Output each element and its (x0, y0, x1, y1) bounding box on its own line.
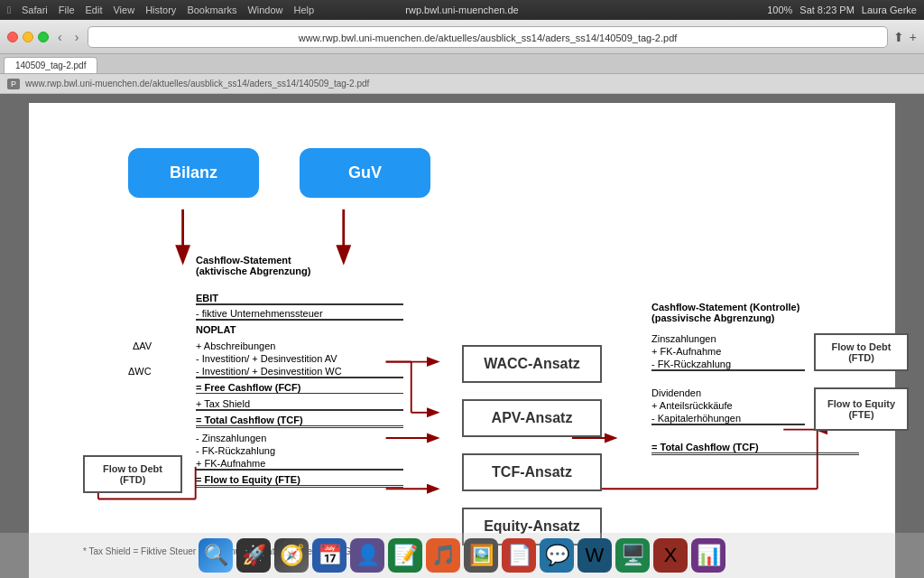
ftd-right-label: Flow to Debt (832, 341, 892, 352)
dock-finder[interactable]: 🔍 (199, 538, 233, 573)
close-button[interactable] (7, 32, 18, 42)
minimize-button[interactable] (23, 32, 33, 42)
dock-skype[interactable]: 💬 (540, 538, 574, 573)
tcf-box: TCF-Ansatz (462, 453, 602, 491)
fiktive-label: - fiktive Unternehmenssteuer (196, 308, 403, 321)
address-bar[interactable]: www.rwp.bwl.uni-muenchen.de/aktuelles/au… (88, 26, 887, 48)
right-fk-rueck: - FK-Rückzahlung (651, 359, 805, 371)
battery-indicator: 100% (767, 5, 792, 15)
delta-av-label: ΔAV (133, 340, 152, 351)
apv-box: APV-Ansatz (462, 399, 602, 437)
flow-to-debt-right-box: Flow to Debt (FTD) (814, 333, 909, 371)
right-panel-header: Cashflow-Statement (Kontrolle) (passivis… (651, 302, 799, 323)
dock-calendar[interactable]: 📅 (312, 538, 346, 573)
fte-right-sub: (FTE) (827, 409, 895, 420)
right-fk-aufnahme: + FK-Aufnahme (651, 346, 721, 357)
fullscreen-button[interactable] (38, 32, 49, 42)
fte-right-label: Flow to Equity (827, 398, 895, 409)
pdf-content-area: Bilanz GuV Cashflow-Statement (aktivisch… (0, 94, 924, 578)
total-cashflow-label: = Total Cashflow (TCF) (196, 415, 403, 428)
delta-wc-label: ΔWC (128, 366, 152, 377)
dock-app2[interactable]: 📊 (691, 538, 725, 573)
dock-music[interactable]: 🎵 (426, 538, 460, 573)
flow-to-debt-left-box: Flow to Debt (FTD) (83, 455, 182, 493)
menu-file[interactable]: File (59, 5, 75, 15)
menu-history[interactable]: History (145, 5, 176, 15)
dock-notes[interactable]: 📝 (388, 538, 422, 573)
menu-bookmarks[interactable]: Bookmarks (187, 5, 236, 15)
noplat-label: NOPLAT (196, 324, 236, 335)
pdf-page: Bilanz GuV Cashflow-Statement (aktivisch… (29, 103, 895, 578)
right-panel-title: Cashflow-Statement (Kontrolle) (651, 302, 799, 312)
fk-aufnahme-left: + FK-Aufnahme (196, 458, 403, 471)
menu-safari[interactable]: Safari (22, 5, 48, 15)
right-zins: Zinszahlungen (651, 333, 716, 344)
dock-photos[interactable]: 🖼️ (464, 538, 498, 573)
item-abschreibungen: + Abschreibungen (196, 340, 275, 351)
right-anteils: + Anteilsrückkäufe (651, 400, 733, 411)
macos-menubar:  Safari File Edit View History Bookmark… (0, 0, 924, 20)
dock-contacts[interactable]: 👤 (350, 538, 384, 573)
cashflow-title: Cashflow-Statement (196, 255, 310, 266)
menu-edit[interactable]: Edit (86, 5, 103, 15)
pdf-url: www.rwp.bwl.uni-muenchen.de/aktuelles/au… (25, 79, 369, 89)
user-name: Laura Gerke (862, 5, 917, 15)
wacc-box: WACC-Ansatz (462, 345, 602, 383)
right-subtitle-text: (passivische Abgrenzung) (651, 312, 775, 323)
back-button[interactable]: ‹ (54, 28, 66, 46)
guv-box: GuV (300, 148, 430, 198)
item-investition-wc: - Investition/ + Desinvestition WC (196, 366, 403, 378)
bilanz-box: Bilanz (128, 148, 259, 198)
dock-launchpad[interactable]: 🚀 (236, 538, 271, 573)
zinszahlungen-left: - Zinszahlungen (196, 433, 266, 443)
tcf-label: TCF-Ansatz (492, 464, 572, 480)
dock-word[interactable]: W (578, 538, 612, 573)
cashflow-header: Cashflow-Statement (aktivische Abgrenzun… (196, 255, 310, 276)
tab-bar: 140509_tag-2.pdf (0, 54, 924, 74)
bilanz-label: Bilanz (170, 163, 217, 182)
fk-rueckzahlung-left: - FK-Rückzahlung (196, 445, 275, 456)
page-indicator: P (7, 79, 20, 89)
menu-window[interactable]: Window (247, 5, 282, 15)
new-tab-button[interactable]: + (910, 30, 917, 44)
item-investition-av: - Investition/ + Desinvestition AV (196, 353, 337, 364)
active-tab[interactable]: 140509_tag-2.pdf (4, 57, 97, 73)
right-kapital: - Kapitalerhöhungen (651, 413, 805, 425)
ftd-left-sub: (FTD) (103, 474, 162, 485)
right-dividenden: Dividenden (651, 387, 701, 398)
traffic-lights (7, 32, 49, 42)
tax-shield-label: + Tax Shield (196, 398, 403, 411)
dock-desktop[interactable]: 🖥️ (615, 538, 650, 573)
dock-app1[interactable]: X (653, 538, 688, 573)
menu-help[interactable]: Help (294, 5, 315, 15)
dock: 🔍 🚀 🧭 📅 👤 📝 🎵 🖼️ 📄 💬 W 🖥️ X 📊 (0, 533, 924, 578)
flow-to-equity-left: = Flow to Equity (FTE) (196, 474, 403, 488)
menu-view[interactable]: View (113, 5, 134, 15)
dock-acrobat[interactable]: 📄 (502, 538, 536, 573)
flow-to-equity-right-box: Flow to Equity (FTE) (814, 387, 909, 431)
diagram: Bilanz GuV Cashflow-Statement (aktivisch… (56, 121, 868, 564)
clock: Sat 8:23 PM (799, 5, 855, 15)
browser-toolbar: ‹ › www.rwp.bwl.uni-muenchen.de/aktuelle… (0, 20, 924, 54)
cashflow-subtitle: (aktivische Abgrenzung) (196, 266, 310, 276)
free-cashflow-label: = Free Cashflow (FCF) (196, 382, 403, 394)
ebit-label: EBIT (196, 293, 403, 305)
ftd-right-sub: (FTD) (832, 352, 892, 363)
forward-button[interactable]: › (71, 28, 83, 46)
wacc-label: WACC-Ansatz (484, 356, 580, 372)
total-cashflow-right: = Total Cashflow (TCF) (651, 442, 859, 455)
right-panel-subtitle: (passivische Abgrenzung) (651, 312, 799, 323)
pdf-toolbar: P www.rwp.bwl.uni-muenchen.de/aktuelles/… (0, 74, 924, 94)
ftd-left-label: Flow to Debt (103, 463, 162, 474)
guv-label: GuV (348, 163, 382, 182)
apple-menu[interactable]:  (7, 5, 11, 15)
apv-label: APV-Ansatz (492, 410, 573, 426)
window-title: rwp.bwl.uni-muenchen.de (405, 5, 518, 15)
dock-safari[interactable]: 🧭 (274, 538, 309, 573)
share-button[interactable]: ⬆ (893, 30, 904, 44)
